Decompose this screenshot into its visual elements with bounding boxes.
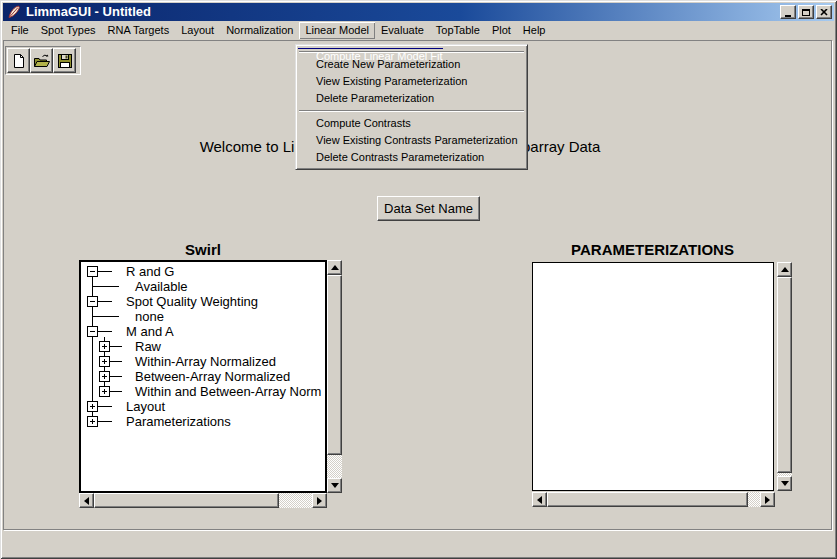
menu-bar: File Spot Types RNA Targets Layout Norma…: [3, 21, 834, 40]
tree-connector: [98, 271, 112, 272]
tree-item[interactable]: none: [135, 309, 164, 324]
tree-item[interactable]: Within and Between-Array Norm: [135, 384, 321, 399]
tree-expand-icon[interactable]: [87, 416, 98, 427]
save-file-button[interactable]: [53, 48, 76, 73]
tree-item[interactable]: Between-Array Normalized: [135, 369, 290, 384]
parameterizations-listbox[interactable]: [532, 262, 774, 491]
tree-connector: [93, 286, 119, 287]
tree-item[interactable]: R and G: [126, 264, 174, 279]
right-horizontal-scrollbar[interactable]: [532, 492, 775, 507]
left-vertical-scrollbar[interactable]: [327, 260, 342, 493]
scroll-down-button[interactable]: [327, 478, 342, 493]
menu-separator: [299, 110, 524, 112]
dataset-tree-listbox[interactable]: R and G Available Spot Quality Weighting…: [79, 260, 327, 493]
menu-spot-types[interactable]: Spot Types: [35, 22, 102, 39]
tree-connector: [98, 406, 112, 407]
menu-linear-model[interactable]: Linear Model: [299, 22, 375, 39]
scrollbar-thumb[interactable]: [547, 492, 748, 507]
linear-model-dropdown: Compute Linear Model Fit Create New Para…: [295, 44, 528, 170]
new-file-icon: [11, 53, 27, 69]
scrollbar-thumb[interactable]: [327, 275, 342, 455]
new-file-button[interactable]: [7, 48, 30, 73]
tree-expand-icon[interactable]: [99, 341, 110, 352]
maximize-icon: [802, 9, 810, 16]
tree-item[interactable]: M and A: [126, 324, 174, 339]
tree-item[interactable]: Spot Quality Weighting: [126, 294, 258, 309]
tree-item[interactable]: Available: [135, 279, 188, 294]
left-panel-title: Swirl: [80, 241, 326, 258]
scrollbar-thumb[interactable]: [777, 277, 792, 473]
arrow-left-icon: [84, 497, 89, 505]
tree-item[interactable]: Within-Array Normalized: [135, 354, 276, 369]
arrow-right-icon: [765, 496, 770, 504]
menu-item-view-existing-parameterization[interactable]: View Existing Parameterization: [298, 73, 525, 90]
tree-connector: [110, 346, 122, 347]
menu-item-compute-linear-model-fit[interactable]: Compute Linear Model Fit: [298, 48, 443, 49]
tree-connector: [110, 361, 122, 362]
arrow-up-icon: [781, 267, 789, 272]
status-bar: [3, 532, 834, 555]
open-folder-icon: [33, 53, 51, 69]
menu-toptable[interactable]: TopTable: [430, 22, 486, 39]
arrow-up-icon: [331, 265, 339, 270]
menu-item-delete-parameterization[interactable]: Delete Parameterization: [298, 90, 525, 107]
scrollbar-track[interactable]: [748, 492, 760, 507]
scroll-right-button[interactable]: [760, 492, 775, 507]
menu-file[interactable]: File: [5, 22, 35, 39]
menu-item-compute-contrasts[interactable]: Compute Contrasts: [298, 115, 525, 132]
tree-item[interactable]: Raw: [135, 339, 161, 354]
tree-connector: [110, 376, 122, 377]
menu-help[interactable]: Help: [517, 22, 552, 39]
tree-collapse-icon[interactable]: [87, 326, 98, 337]
arrow-down-icon: [331, 483, 339, 488]
tree-connector: [98, 301, 112, 302]
tree-item[interactable]: Parameterizations: [126, 414, 231, 429]
scroll-up-button[interactable]: [777, 262, 792, 277]
right-vertical-scrollbar[interactable]: [777, 262, 792, 491]
minimize-button[interactable]: [780, 5, 796, 19]
arrow-right-icon: [317, 497, 322, 505]
scroll-right-button[interactable]: [312, 493, 327, 508]
tree-expand-icon[interactable]: [99, 371, 110, 382]
data-set-name-button[interactable]: Data Set Name: [377, 196, 480, 221]
window-controls: [780, 5, 832, 19]
arrow-down-icon: [781, 481, 789, 486]
scrollbar-thumb[interactable]: [94, 493, 279, 508]
menu-layout[interactable]: Layout: [175, 22, 220, 39]
tree-connector: [93, 316, 119, 317]
tree-expand-icon[interactable]: [99, 356, 110, 367]
maximize-button[interactable]: [798, 5, 814, 19]
tree-connector: [110, 391, 122, 392]
menu-item-delete-contrasts-parameterization[interactable]: Delete Contrasts Parameterization: [298, 149, 525, 166]
close-button[interactable]: [816, 5, 832, 19]
scroll-up-button[interactable]: [327, 260, 342, 275]
tree-connector: [98, 421, 112, 422]
menu-evaluate[interactable]: Evaluate: [375, 22, 430, 39]
scrollbar-track[interactable]: [279, 493, 312, 508]
menu-normalization[interactable]: Normalization: [220, 22, 299, 39]
menu-item-view-existing-contrasts-parameterization[interactable]: View Existing Contrasts Parameterization: [298, 132, 525, 149]
save-icon: [57, 53, 73, 69]
title-bar[interactable]: LimmaGUI - Untitled: [3, 3, 834, 21]
tree-item[interactable]: Layout: [126, 399, 165, 414]
open-file-button[interactable]: [30, 48, 53, 73]
scrollbar-track[interactable]: [327, 455, 342, 478]
tree-collapse-icon[interactable]: [87, 266, 98, 277]
arrow-left-icon: [537, 496, 542, 504]
right-panel-title: PARAMETERIZATIONS: [532, 241, 773, 258]
close-icon: [820, 9, 828, 16]
toolbar: [5, 46, 81, 75]
window-title: LimmaGUI - Untitled: [26, 3, 151, 21]
scroll-down-button[interactable]: [777, 476, 792, 491]
tree-connector: [98, 331, 112, 332]
menu-rna-targets[interactable]: RNA Targets: [102, 22, 176, 39]
tree-collapse-icon[interactable]: [87, 296, 98, 307]
app-window: LimmaGUI - Untitled File Spot Types RNA …: [0, 0, 837, 559]
menu-plot[interactable]: Plot: [486, 22, 517, 39]
tree-expand-icon[interactable]: [99, 386, 110, 397]
tree-expand-icon[interactable]: [87, 401, 98, 412]
left-horizontal-scrollbar[interactable]: [79, 493, 327, 508]
scroll-left-button[interactable]: [79, 493, 94, 508]
app-feather-icon: [7, 5, 21, 19]
scroll-left-button[interactable]: [532, 492, 547, 507]
